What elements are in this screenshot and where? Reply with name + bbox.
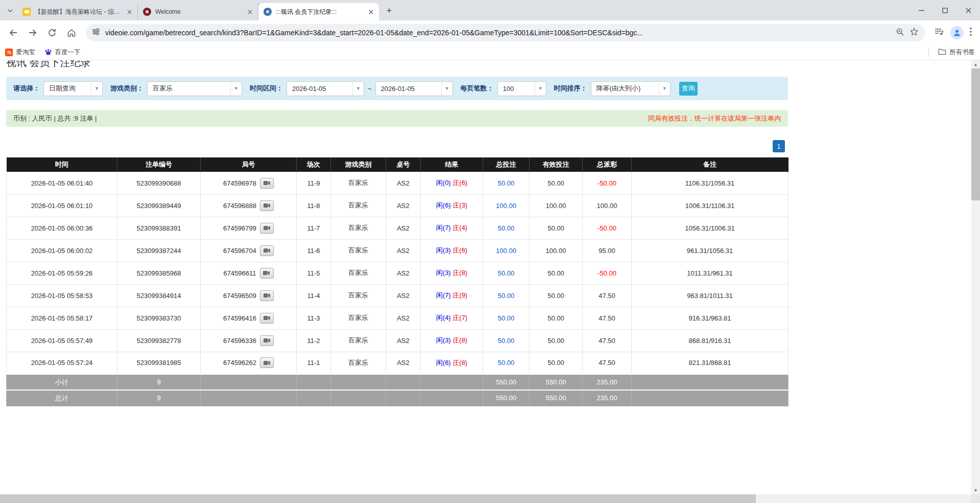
video-replay-button[interactable] [260,290,274,301]
zoom-icon[interactable] [896,28,904,38]
tab-close-icon[interactable] [367,8,375,16]
cell-payout: 47.50 [583,284,632,307]
cell-time: 2026-01-05 05:58:17 [7,307,117,329]
page-1-button[interactable]: 1 [773,140,785,152]
total-bet-link[interactable]: 50.00 [498,337,515,345]
footer-cell [331,374,386,390]
video-replay-button[interactable] [260,335,274,346]
horizontal-scrollbar-thumb[interactable] [0,494,756,503]
total-bet-link[interactable]: 50.00 [498,269,515,277]
video-replay-button[interactable] [260,357,274,368]
bet-record-row: 2026-01-05 05:58:17523099383730674596416… [7,307,788,329]
video-replay-button[interactable] [260,200,274,211]
browser-tab[interactable]: 【新提醒】海燕策略论坛 - 综合... [17,3,138,20]
query-type-select[interactable]: 日期查询 ▼ [43,81,103,96]
date-end-select[interactable]: 2026-01-05 ▼ [375,81,453,96]
bet-record-row: 2026-01-05 05:57:24523099381985674596262… [7,352,788,374]
horizontal-scrollbar[interactable] [0,494,971,503]
bookmark-baidu[interactable]: 百度一下 [44,48,81,57]
tab-favicon [22,8,31,16]
cell-time: 2026-01-05 06:01:40 [7,172,117,194]
tab-close-icon[interactable] [246,8,254,16]
payout-value: -50.00 [597,179,616,187]
site-info-icon[interactable] [92,28,100,38]
total-bet-link[interactable]: 100.00 [496,247,516,255]
round-number: 674596978 [223,179,256,187]
profile-avatar[interactable] [950,26,964,39]
tab-close-icon[interactable] [125,8,133,16]
bookmark-star-icon[interactable] [910,27,919,38]
per-page-select[interactable]: 100 ▼ [497,81,546,96]
close-window-icon[interactable] [957,0,980,20]
result-banker: 庄(9) [452,291,467,299]
table-header-row: 时间注单编号局号场次游戏类别桌号结果总投注有效投注总派彩备注 [7,157,788,172]
video-replay-button[interactable] [260,245,274,256]
bookmark-taobao[interactable]: 淘 爱淘宝 [5,48,35,57]
cell-session: 11-3 [297,307,331,329]
back-icon[interactable] [5,25,21,41]
cell-table-no: AS2 [386,239,421,262]
scroll-up-icon[interactable]: ▲ [971,60,980,68]
cell-payout: 100.00 [583,194,632,217]
minimize-icon[interactable] [910,0,933,20]
maximize-icon[interactable] [933,0,957,20]
bookmark-label: 百度一下 [55,48,81,57]
bet-record-row: 2026-01-05 05:58:53523099384914674596509… [7,284,788,307]
total-bet-link[interactable]: 50.00 [498,179,515,187]
cell-total-bet: 50.00 [483,172,530,194]
scroll-down-icon[interactable]: ▼ [971,486,980,494]
cell-result: 闲(4) 庄(7) [421,307,483,329]
vertical-scrollbar-thumb[interactable] [971,68,980,200]
video-replay-button[interactable] [260,223,274,234]
new-tab-button[interactable]: + [382,4,396,18]
cell-note: 916.31/963.81 [632,307,788,329]
bet-record-row: 2026-01-05 05:59:26523099385968674596611… [7,262,788,284]
forward-icon[interactable] [25,25,41,41]
cell-time: 2026-01-05 05:58:53 [7,284,117,307]
cell-bet-id: 523099382778 [117,329,201,352]
round-number: 674596704 [223,247,256,255]
payout-value: 47.50 [599,314,615,322]
cell-time: 2026-01-05 06:01:10 [7,194,117,217]
footer-cell [386,390,421,406]
total-bet-link[interactable]: 100.00 [496,202,516,210]
sort-order-select[interactable]: 降幂(由大到小) ▼ [591,81,671,96]
column-header: 备注 [632,157,788,172]
date-range-label: 时间区间： [250,84,283,93]
home-icon[interactable] [63,25,80,41]
search-button[interactable]: 查询 [679,82,698,96]
page-content: 视讯 会员下注纪录 请选择： 日期查询 ▼ 游戏类别： 百家乐 ▼ 时间区间： … [0,60,971,494]
cell-total-bet: 100.00 [483,239,530,262]
cell-time: 2026-01-05 06:00:36 [7,217,117,239]
browser-tab-active[interactable]: :::视讯 会员下注纪录::: [258,3,379,20]
media-controls-icon[interactable] [934,27,944,39]
result-banker: 庄(8) [452,336,467,344]
footer-cell [632,390,788,406]
result-banker: 庄(6) [452,179,467,187]
cell-note: 963.81/1011.31 [632,284,788,307]
vertical-scrollbar[interactable]: ▲ ▼ [971,60,980,494]
video-replay-button[interactable] [260,178,274,189]
video-replay-button[interactable] [260,268,274,279]
all-bookmarks[interactable]: 所有书签 [938,48,975,57]
video-replay-button[interactable] [260,313,274,324]
reload-icon[interactable] [44,25,60,41]
game-type-select[interactable]: 百家乐 ▼ [147,81,242,96]
cell-result: 闲(3) 庄(6) [421,239,483,262]
total-bet-link[interactable]: 50.00 [498,292,515,300]
total-bet-link[interactable]: 50.00 [498,359,515,367]
date-start-select[interactable]: 2026-01-05 ▼ [286,81,364,96]
tab-search-chevron-icon[interactable] [3,4,17,18]
menu-dots-icon[interactable] [970,27,972,38]
total-bet-link[interactable]: 50.00 [498,224,515,232]
total-bet-link[interactable]: 50.00 [498,314,515,322]
cell-session: 11-7 [297,217,331,239]
footer-cell [297,390,331,406]
browser-tab[interactable]: Welcome [138,3,258,20]
address-bar[interactable]: videoie.com/game/betrecord_search/kind3?… [86,24,925,41]
cell-round: 674596888 [201,194,297,217]
cell-payout: -50.00 [583,217,632,239]
cell-payout: 95.00 [583,239,632,262]
column-header: 结果 [421,157,483,172]
cell-session: 11-6 [297,239,331,262]
